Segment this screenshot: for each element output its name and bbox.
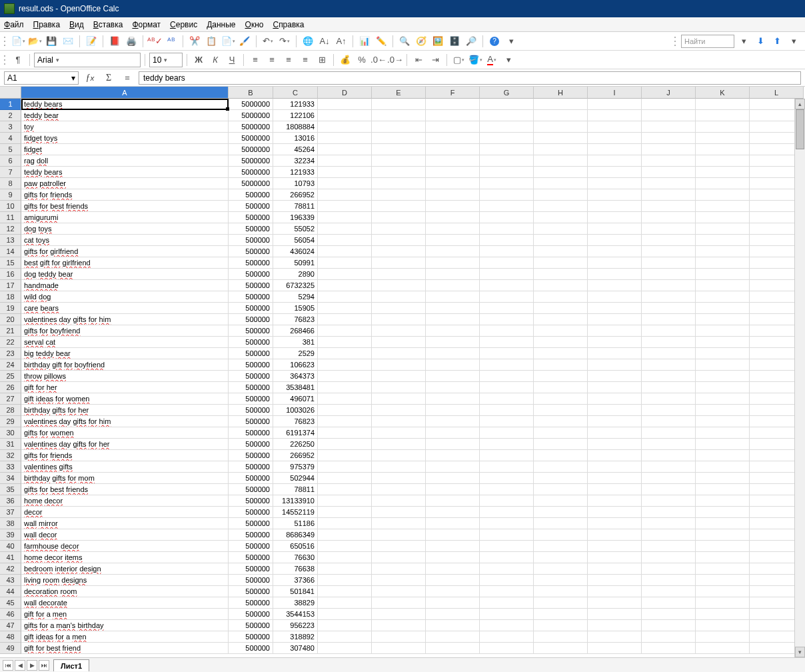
font-size-combo[interactable]: 10▾ (149, 53, 183, 67)
cell[interactable] (642, 269, 696, 280)
cell[interactable] (642, 609, 696, 620)
cell[interactable] (534, 461, 588, 473)
cell[interactable]: dog toys (21, 223, 229, 235)
cell[interactable] (318, 484, 372, 495)
cell[interactable]: 318892 (273, 631, 318, 643)
cell[interactable] (426, 201, 480, 212)
cell[interactable] (696, 144, 750, 155)
cell[interactable] (534, 631, 588, 643)
cell[interactable] (372, 99, 426, 110)
cell[interactable] (642, 212, 696, 223)
export-pdf-button[interactable]: 📕 (107, 34, 122, 49)
table-row[interactable]: paw patroller500000010793 (21, 178, 805, 189)
cell[interactable] (588, 427, 642, 439)
menu-вставка[interactable]: Вставка (93, 20, 123, 29)
col-header-F[interactable]: F (426, 87, 480, 99)
cell[interactable]: 307480 (273, 643, 318, 654)
table-row[interactable]: gift for a men5000003544153 (21, 609, 805, 620)
cell[interactable] (480, 461, 534, 473)
cell[interactable]: 500000 (229, 507, 273, 518)
cell[interactable] (696, 609, 750, 620)
cell[interactable] (588, 507, 642, 518)
function-wizard-button[interactable]: ƒx (83, 71, 97, 85)
cell[interactable]: gift for a men (21, 609, 229, 620)
cell[interactable]: big teddy bear (21, 348, 229, 359)
cell[interactable]: 500000 (229, 495, 273, 507)
help-button[interactable]: ? (487, 34, 502, 49)
cell[interactable]: paw patroller (21, 178, 229, 189)
cell[interactable] (696, 586, 750, 597)
cell[interactable] (642, 155, 696, 167)
cell[interactable]: 6191374 (273, 427, 318, 439)
cell[interactable] (696, 99, 750, 110)
col-header-G[interactable]: G (480, 87, 534, 99)
cell[interactable] (480, 575, 534, 586)
cell[interactable]: gifts for friends (21, 189, 229, 201)
cell[interactable] (426, 359, 480, 371)
menu-сервис[interactable]: Сервис (170, 20, 197, 29)
cell[interactable] (480, 416, 534, 427)
cell[interactable]: 500000 (229, 337, 273, 348)
cell[interactable] (480, 371, 534, 382)
cell[interactable] (642, 325, 696, 337)
cell[interactable] (480, 303, 534, 314)
cell[interactable]: toy (21, 121, 229, 133)
align-center-button[interactable]: ≡ (265, 53, 279, 67)
cell[interactable] (696, 575, 750, 586)
cell[interactable]: 5000000 (229, 99, 273, 110)
cell[interactable]: 500000 (229, 473, 273, 484)
cell[interactable] (426, 495, 480, 507)
cell[interactable] (696, 597, 750, 609)
cell[interactable] (480, 178, 534, 189)
cell[interactable] (588, 631, 642, 643)
table-row[interactable]: wall decorate50000038829 (21, 597, 805, 609)
table-row[interactable]: care bears50000015905 (21, 303, 805, 314)
cell[interactable] (372, 507, 426, 518)
cell[interactable]: 501841 (273, 586, 318, 597)
cell[interactable] (642, 631, 696, 643)
cell[interactable] (480, 563, 534, 575)
cell[interactable] (588, 552, 642, 563)
cell[interactable] (372, 314, 426, 325)
remove-decimal-button[interactable]: .0→ (388, 53, 402, 67)
table-row[interactable]: handmade5000006732325 (21, 280, 805, 291)
cell[interactable] (696, 121, 750, 133)
cell[interactable] (318, 541, 372, 552)
cell[interactable] (696, 495, 750, 507)
cell[interactable] (372, 246, 426, 257)
cell[interactable]: 38829 (273, 597, 318, 609)
cell[interactable] (588, 291, 642, 303)
cell[interactable]: 500000 (229, 382, 273, 393)
show-draw-button[interactable]: ✏️ (374, 34, 389, 49)
cell[interactable] (588, 541, 642, 552)
cell[interactable] (696, 337, 750, 348)
cell[interactable] (642, 427, 696, 439)
cell[interactable] (534, 439, 588, 450)
cell[interactable] (426, 371, 480, 382)
cell[interactable]: 500000 (229, 348, 273, 359)
table-row[interactable]: decor50000014552119 (21, 507, 805, 518)
cell[interactable] (642, 235, 696, 246)
save-button[interactable]: 💾 (44, 34, 59, 49)
cell[interactable] (318, 246, 372, 257)
cell[interactable] (372, 133, 426, 144)
cell[interactable] (480, 450, 534, 461)
cell[interactable] (534, 189, 588, 201)
cell[interactable] (588, 314, 642, 325)
cell[interactable] (534, 371, 588, 382)
cell[interactable]: gifts for best friends (21, 201, 229, 212)
tab-prev-button[interactable]: ◀ (15, 660, 25, 671)
row-header[interactable]: 35 (0, 484, 21, 495)
paste-button[interactable]: 📄 (221, 34, 235, 49)
cell[interactable] (372, 643, 426, 654)
cell[interactable] (480, 597, 534, 609)
cell[interactable]: valentines day gifts for him (21, 314, 229, 325)
cell[interactable] (372, 155, 426, 167)
tab-last-button[interactable]: ⏭ (39, 660, 49, 671)
cell[interactable] (426, 189, 480, 201)
cell[interactable] (588, 269, 642, 280)
font-name-combo[interactable]: Arial▾ (34, 53, 141, 67)
cell[interactable] (588, 461, 642, 473)
cell[interactable] (534, 552, 588, 563)
col-header-H[interactable]: H (534, 87, 588, 99)
